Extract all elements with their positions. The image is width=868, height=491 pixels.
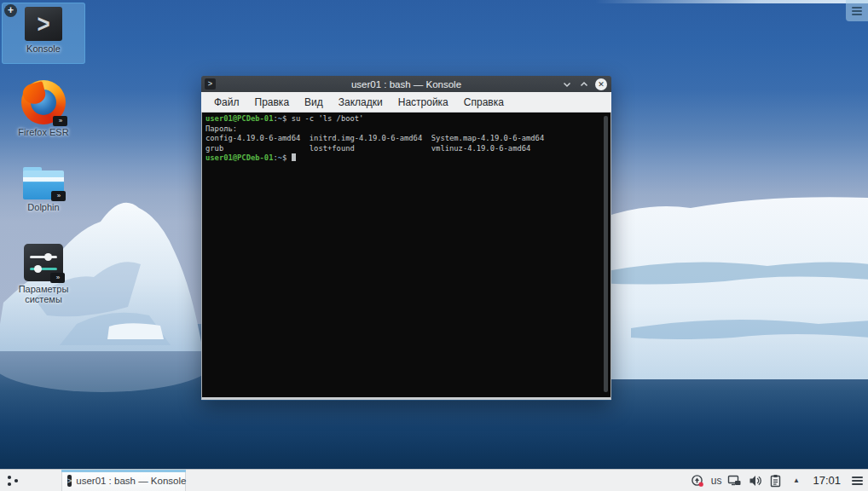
desktop-icon-konsole[interactable]: > Konsole <box>6 7 81 54</box>
clipboard-icon[interactable] <box>768 473 783 488</box>
window-menubar: Файл Правка Вид Закладки Настройка Справ… <box>201 92 611 113</box>
task-label: user01 : bash — Konsole <box>76 476 186 486</box>
menu-edit[interactable]: Правка <box>247 94 298 111</box>
volume-icon[interactable] <box>748 473 762 488</box>
icon-label: Параметры системы <box>7 284 80 304</box>
terminal-line: user01@PCDeb-01:~$ su -c 'ls /boot' <box>205 114 610 124</box>
clock[interactable]: 17:01 <box>813 474 841 487</box>
menu-settings[interactable]: Настройка <box>391 94 456 111</box>
icon-label: Dolphin <box>27 202 59 212</box>
konsole-window: > user01 : bash — Konsole ✕ Файл Правка … <box>201 76 611 401</box>
shortcut-emblem-icon: » <box>50 273 65 283</box>
icon-label: Firefox ESR <box>18 127 68 137</box>
updates-icon[interactable] <box>691 473 705 488</box>
terminal-area[interactable]: user01@PCDeb-01:~$ su -c 'ls /boot' Паро… <box>201 113 611 400</box>
desktop-icon-firefox[interactable]: » Firefox ESR <box>7 80 80 137</box>
desktop-toolbox-button[interactable] <box>846 0 868 21</box>
tray-expander-icon[interactable]: ▲ <box>789 473 803 488</box>
menu-bookmarks[interactable]: Закладки <box>331 94 391 111</box>
icon-label: Konsole <box>26 43 61 54</box>
shortcut-emblem-icon: » <box>51 191 66 201</box>
system-tray: us <box>691 473 868 488</box>
konsole-icon: > <box>67 475 72 487</box>
menu-help[interactable]: Справка <box>456 94 512 111</box>
folder-icon: » <box>23 167 64 199</box>
active-task-indicator <box>61 470 186 472</box>
app-launcher-button[interactable] <box>0 470 26 491</box>
terminal-prompt-line: user01@PCDeb-01:~$ <box>205 153 610 164</box>
sliders-icon: » <box>24 244 63 281</box>
launcher-dots-icon <box>6 474 20 488</box>
minimize-button[interactable] <box>561 78 572 90</box>
terminal-scrollbar[interactable] <box>604 116 608 392</box>
wallpaper-cloud <box>595 0 868 3</box>
terminal-cursor <box>292 153 296 161</box>
window-titlebar[interactable]: > user01 : bash — Konsole ✕ <box>201 76 611 92</box>
maximize-button[interactable] <box>578 78 589 90</box>
display-icon[interactable] <box>727 473 742 488</box>
task-button-konsole[interactable]: > user01 : bash — Konsole <box>61 470 186 491</box>
desktop-icon-system-settings[interactable]: » Параметры системы <box>7 244 80 304</box>
keyboard-layout-indicator[interactable]: us <box>711 475 722 487</box>
desktop: + > Konsole » Firefox ESR » Dolphin » Па… <box>0 0 868 491</box>
panel-menu-icon[interactable] <box>850 473 865 488</box>
menu-file[interactable]: Файл <box>206 94 247 111</box>
konsole-icon: > <box>25 7 62 41</box>
firefox-icon: » <box>21 80 66 124</box>
close-button[interactable]: ✕ <box>595 78 607 90</box>
terminal-line: grub lost+found vmlinuz-4.19.0-6-amd64 <box>205 144 610 154</box>
terminal-line: config-4.19.0-6-amd64 initrd.img-4.19.0-… <box>205 134 610 144</box>
taskbar: > user01 : bash — Konsole us <box>0 469 868 491</box>
terminal-line: Пароль: <box>205 124 610 135</box>
hamburger-icon <box>852 7 862 15</box>
menu-view[interactable]: Вид <box>297 94 331 111</box>
desktop-icon-dolphin[interactable]: » Dolphin <box>7 167 80 212</box>
shortcut-emblem-icon: » <box>53 116 67 126</box>
window-title: user01 : bash — Konsole <box>201 79 611 90</box>
